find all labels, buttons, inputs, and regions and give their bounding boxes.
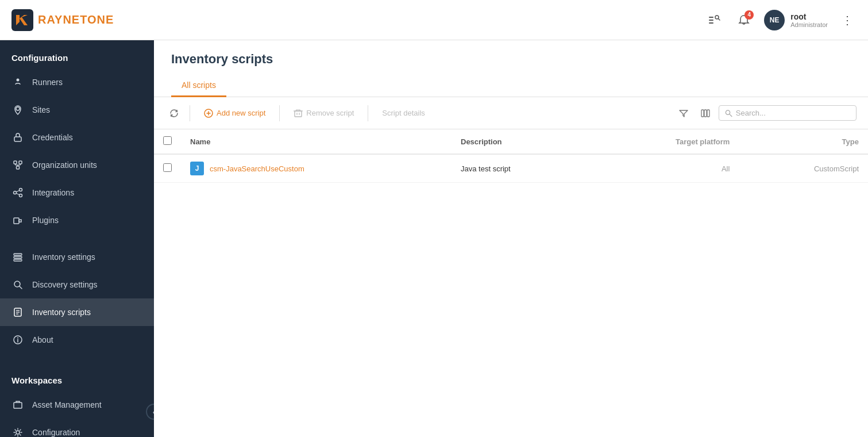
logo: RAYNETONE bbox=[11, 9, 114, 31]
svg-rect-9 bbox=[14, 161, 17, 164]
inventory-settings-icon bbox=[11, 251, 24, 263]
svg-line-5 bbox=[719, 18, 720, 20]
toolbar-separator-2 bbox=[279, 105, 280, 121]
row-name-cell: J csm-JavaSearchUseCustom bbox=[181, 154, 452, 183]
sidebar-label-runners: Runners bbox=[32, 78, 63, 87]
refresh-button[interactable] bbox=[165, 105, 183, 122]
logo-text: RAYNETONE bbox=[38, 13, 114, 26]
sidebar-item-inventory-scripts[interactable]: Inventory scripts bbox=[0, 298, 154, 326]
row-type: CustomScript bbox=[739, 154, 868, 183]
sidebar-label-discovery-settings: Discovery settings bbox=[32, 280, 98, 289]
list-icon-button[interactable] bbox=[704, 10, 724, 30]
script-type-icon: J bbox=[190, 162, 204, 175]
svg-point-36 bbox=[16, 431, 20, 434]
tabs: All scripts bbox=[171, 75, 851, 97]
table-area: Name Description Target platform Type J … bbox=[154, 129, 868, 437]
logo-icon bbox=[11, 9, 33, 31]
svg-rect-1 bbox=[709, 17, 713, 18]
add-new-script-label: Add new script bbox=[217, 109, 265, 117]
toolbar-separator-1 bbox=[190, 105, 190, 121]
sidebar-label-integrations: Integrations bbox=[32, 188, 74, 197]
scripts-table: Name Description Target platform Type J … bbox=[154, 129, 868, 183]
svg-rect-46 bbox=[707, 110, 709, 117]
remove-script-button[interactable]: Remove script bbox=[287, 105, 361, 121]
table-header-row: Name Description Target platform Type bbox=[154, 129, 868, 154]
more-options-button[interactable]: ⋮ bbox=[838, 10, 857, 30]
filter-button[interactable] bbox=[675, 105, 692, 122]
page-header: Inventory scripts All scripts bbox=[154, 40, 868, 97]
row-description: Java test script bbox=[452, 154, 591, 183]
user-role: Administrator bbox=[790, 21, 828, 28]
sidebar-item-runners[interactable]: Runners bbox=[0, 68, 154, 96]
configuration-ws-icon bbox=[11, 426, 24, 437]
sidebar-item-credentials[interactable]: Credentials bbox=[0, 124, 154, 151]
header-description: Description bbox=[452, 129, 591, 154]
row-checkbox-cell bbox=[154, 154, 181, 183]
integrations-icon bbox=[11, 186, 24, 199]
svg-point-34 bbox=[17, 338, 18, 339]
script-details-label: Script details bbox=[382, 109, 425, 117]
header-name: Name bbox=[181, 129, 452, 154]
svg-point-16 bbox=[14, 191, 17, 194]
sidebar-item-inventory-settings[interactable]: Inventory settings bbox=[0, 243, 154, 271]
tab-all-scripts[interactable]: All scripts bbox=[171, 75, 226, 97]
sidebar-label-configuration-ws: Configuration bbox=[32, 428, 80, 437]
sidebar-label-plugins: Plugins bbox=[32, 216, 59, 225]
notification-badge: 4 bbox=[744, 10, 754, 20]
row-checkbox[interactable] bbox=[163, 163, 172, 172]
content-wrapper: Add new script Remove script Script deta… bbox=[154, 97, 868, 437]
add-new-script-button[interactable]: Add new script bbox=[197, 105, 272, 121]
svg-point-17 bbox=[20, 189, 22, 191]
discovery-settings-icon bbox=[11, 278, 24, 291]
svg-rect-11 bbox=[17, 166, 20, 169]
svg-point-7 bbox=[16, 107, 20, 110]
select-all-checkbox[interactable] bbox=[163, 136, 172, 145]
row-target-platform: All bbox=[591, 154, 739, 183]
inventory-scripts-icon bbox=[11, 306, 24, 319]
sidebar-label-credentials: Credentials bbox=[32, 133, 73, 142]
runners-icon bbox=[11, 76, 24, 89]
avatar: NE bbox=[764, 10, 785, 30]
toolbar: Add new script Remove script Script deta… bbox=[154, 97, 868, 129]
sidebar-item-configuration-ws[interactable]: Configuration bbox=[0, 419, 154, 437]
user-details: root Administrator bbox=[790, 12, 828, 28]
user-info[interactable]: NE root Administrator bbox=[764, 10, 828, 30]
search-input[interactable] bbox=[736, 109, 850, 117]
sidebar-item-discovery-settings[interactable]: Discovery settings bbox=[0, 271, 154, 298]
sidebar-label-inventory-settings: Inventory settings bbox=[32, 252, 95, 262]
svg-line-48 bbox=[730, 114, 732, 116]
sidebar-item-asset-management[interactable]: Asset Management bbox=[0, 391, 154, 419]
svg-rect-2 bbox=[709, 20, 713, 21]
sidebar-item-integrations[interactable]: Integrations bbox=[0, 179, 154, 206]
svg-line-19 bbox=[16, 190, 19, 192]
sidebar-item-plugins[interactable]: Plugins bbox=[0, 206, 154, 234]
svg-rect-23 bbox=[14, 254, 22, 255]
sidebar-item-organization-units[interactable]: Organization units bbox=[0, 151, 154, 179]
svg-rect-3 bbox=[709, 22, 713, 24]
sidebar-label-asset-management: Asset Management bbox=[32, 400, 102, 409]
page-title: Inventory scripts bbox=[171, 52, 851, 67]
layout: Configuration Runners Sites Credentials … bbox=[0, 40, 868, 437]
columns-button[interactable] bbox=[697, 105, 714, 122]
workspaces-section-title: Workspaces bbox=[0, 363, 154, 391]
svg-rect-21 bbox=[14, 218, 19, 224]
svg-rect-40 bbox=[295, 111, 302, 117]
svg-rect-24 bbox=[14, 256, 22, 258]
script-name-link[interactable]: csm-JavaSearchUseCustom bbox=[210, 164, 304, 173]
svg-line-20 bbox=[16, 193, 19, 195]
sidebar-item-about[interactable]: About bbox=[0, 326, 154, 354]
svg-rect-45 bbox=[704, 110, 707, 117]
user-name: root bbox=[790, 12, 828, 21]
script-details-button[interactable]: Script details bbox=[375, 105, 431, 121]
remove-script-label: Remove script bbox=[306, 109, 354, 117]
search-box[interactable] bbox=[719, 105, 857, 121]
navbar: RAYNETONE 4 NE root Administrator bbox=[0, 0, 868, 40]
svg-rect-8 bbox=[14, 137, 21, 141]
notification-button[interactable]: 4 bbox=[734, 10, 754, 30]
svg-rect-44 bbox=[701, 110, 704, 117]
main-content: Inventory scripts All scripts Add new sc… bbox=[154, 40, 868, 437]
svg-rect-25 bbox=[14, 259, 22, 261]
sidebar-item-sites[interactable]: Sites bbox=[0, 96, 154, 124]
table-row[interactable]: J csm-JavaSearchUseCustom Java test scri… bbox=[154, 154, 868, 183]
sidebar-label-about: About bbox=[32, 335, 53, 344]
